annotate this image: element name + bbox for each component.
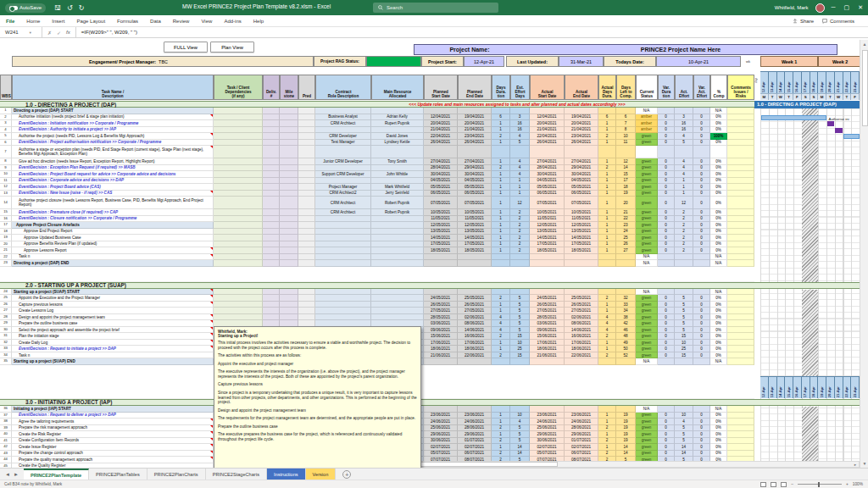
- cell-del[interactable]: [263, 184, 280, 191]
- zoom-in-icon[interactable]: +: [846, 482, 849, 486]
- cell-lf[interactable]: 22: [616, 216, 636, 223]
- cell-x[interactable]: Initiating a project (IAP) START: [12, 406, 214, 413]
- cell-vd[interactable]: 0: [658, 140, 675, 147]
- cell-cm[interactable]: [727, 413, 754, 419]
- cell-ac[interactable]: 4: [675, 419, 693, 425]
- cell-res[interactable]: [371, 178, 424, 185]
- cell-cm[interactable]: [727, 425, 754, 432]
- cell-pc[interactable]: 0%: [710, 197, 727, 209]
- cell-e[interactable]: 2: [510, 229, 530, 236]
- cell-ve[interactable]: [693, 254, 710, 261]
- cell-ae[interactable]: 02/07/2021: [565, 444, 598, 451]
- cell-x[interactable]: Prepare the outline business case: [12, 320, 214, 327]
- cell-cm[interactable]: [727, 171, 754, 178]
- cell-vd[interactable]: [658, 289, 675, 296]
- cell-ac[interactable]: 14: [675, 444, 693, 451]
- cell-ve[interactable]: 0: [693, 247, 710, 254]
- cell-cm[interactable]: [727, 320, 754, 327]
- cell-ve[interactable]: 0: [693, 295, 710, 302]
- plan-view-button[interactable]: Plan View: [210, 42, 254, 53]
- cell-ad[interactable]: 1: [598, 140, 616, 147]
- cell-ad[interactable]: [598, 289, 616, 296]
- cell-ad[interactable]: 1: [598, 229, 616, 236]
- cell-cm[interactable]: [727, 431, 754, 438]
- cell-ac[interactable]: 4: [675, 171, 693, 178]
- cell-ac[interactable]: 2: [675, 216, 693, 223]
- cell-st[interactable]: amber: [636, 114, 658, 121]
- cell-n[interactable]: 31: [0, 333, 12, 340]
- cell-dep[interactable]: [214, 302, 263, 308]
- cell-ve[interactable]: 0: [693, 340, 710, 347]
- enter-icon[interactable]: ✓: [57, 30, 61, 36]
- cell-d[interactable]: 1: [492, 184, 510, 191]
- cell-x[interactable]: Event/Decision : Request to initiate a p…: [12, 346, 214, 352]
- cell-mil[interactable]: [280, 108, 298, 114]
- cell-d[interactable]: 1: [492, 178, 510, 185]
- cell-x[interactable]: Authorise project closure (needs Lessons…: [12, 197, 214, 209]
- cell-pe[interactable]: 22/06/2021: [458, 352, 492, 359]
- sheet-tab-prince2stagecharts[interactable]: PRINCE2StageCharts: [206, 469, 267, 480]
- cell-lf[interactable]: 18: [616, 184, 636, 191]
- cell-pe[interactable]: [458, 108, 492, 114]
- cell-lf[interactable]: 34: [616, 308, 636, 314]
- minimize-button[interactable]: ─: [832, 4, 836, 11]
- scroll-up-icon[interactable]: ▲: [860, 40, 868, 48]
- cell-x[interactable]: Event/Decision : Closure notification >>…: [12, 216, 214, 223]
- cell-ve[interactable]: 0: [693, 235, 710, 241]
- cell-cm[interactable]: [727, 191, 754, 197]
- cell-pc[interactable]: 0%: [710, 346, 727, 352]
- cell-dep[interactable]: [214, 197, 263, 209]
- cell-as[interactable]: 21/04/2021: [530, 127, 565, 134]
- cell-ve[interactable]: [693, 108, 710, 114]
- cell-n[interactable]: 4: [0, 127, 12, 134]
- cell-ac[interactable]: [675, 146, 693, 158]
- cell-e[interactable]: 16: [510, 127, 530, 134]
- cell-n[interactable]: 25: [0, 295, 12, 302]
- cell-vd[interactable]: 0: [658, 340, 675, 347]
- cell-ve[interactable]: 0: [693, 171, 710, 178]
- cell-n[interactable]: 29: [0, 320, 12, 327]
- cell-cm[interactable]: [727, 346, 754, 352]
- save-icon[interactable]: 🖫: [54, 4, 61, 12]
- cell-ps[interactable]: 15/06/2021: [424, 333, 458, 340]
- cell-res[interactable]: Tony Smith: [371, 158, 424, 165]
- cell-mil[interactable]: [280, 314, 298, 321]
- cell-as[interactable]: [530, 254, 565, 261]
- cell-n[interactable]: 28: [0, 314, 12, 321]
- cell-d[interactable]: 2: [492, 333, 510, 340]
- cell-e[interactable]: 5: [510, 302, 530, 308]
- cell-st[interactable]: green: [636, 327, 658, 334]
- cell-e[interactable]: [510, 358, 530, 365]
- cell-res[interactable]: [371, 127, 424, 134]
- cell-n[interactable]: 34: [0, 352, 12, 359]
- cell-vd[interactable]: 0: [658, 216, 675, 223]
- cell-as[interactable]: 30/04/2021: [530, 171, 565, 178]
- cell-ac[interactable]: 12: [675, 197, 693, 209]
- cell-mil[interactable]: [280, 114, 298, 121]
- cell-mil[interactable]: [280, 158, 298, 165]
- cell-ve[interactable]: 0: [693, 425, 710, 432]
- cell-pe[interactable]: 08/06/2021: [458, 320, 492, 327]
- cell-ve[interactable]: 0: [693, 209, 710, 216]
- cell-ae[interactable]: [565, 289, 598, 296]
- cell-ae[interactable]: 19/04/2021: [565, 114, 598, 121]
- cell-ac[interactable]: 4: [675, 165, 693, 172]
- cell-lf[interactable]: 15: [616, 171, 636, 178]
- menu-file[interactable]: File: [0, 19, 20, 24]
- cell-as[interactable]: [530, 260, 565, 267]
- cell-ad[interactable]: 6: [598, 114, 616, 121]
- cell-ac[interactable]: 5: [675, 302, 693, 308]
- cell-vd[interactable]: 0: [658, 327, 675, 334]
- cell-prd[interactable]: [298, 295, 315, 302]
- cell-as[interactable]: 11/05/2021: [530, 216, 565, 223]
- task-row[interactable]: 8Give ad hoc direction (needs Issue Repo…: [0, 158, 754, 165]
- cell-as[interactable]: 26/05/2021: [530, 302, 565, 308]
- cell-cm[interactable]: [727, 333, 754, 340]
- cell-mil[interactable]: [280, 165, 298, 172]
- cell-ac[interactable]: 4: [675, 133, 693, 140]
- cell-vd[interactable]: 0: [658, 451, 675, 458]
- cell-pc[interactable]: 0%: [710, 171, 727, 178]
- cell-x[interactable]: Select the project approach and assemble…: [12, 327, 214, 334]
- cell-res[interactable]: Mark Whitfield: [371, 184, 424, 191]
- cell-ae[interactable]: 14/05/2021: [565, 235, 598, 241]
